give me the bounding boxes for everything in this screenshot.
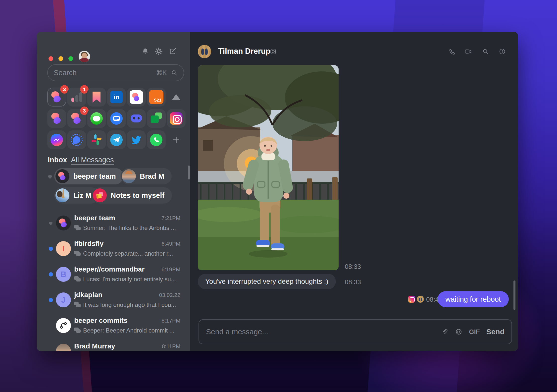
beeper-logo: [51, 91, 63, 103]
conversation-ifbirdsfly[interactable]: I ifbirdsfly 6:49PM Completely separate.…: [37, 236, 190, 261]
add-network-button[interactable]: +: [167, 130, 186, 149]
outgoing-message-row: 08:41 waiting for reboot: [190, 291, 518, 307]
conversation-jdkaplan[interactable]: J jdkaplan 03.02.22 It was long enough a…: [37, 287, 190, 312]
conversation-beeper-commandbar[interactable]: B beeper//commandbar 6:19PM Lucas: I'm a…: [37, 262, 190, 287]
outgoing-message-bubble[interactable]: waiting for reboot: [438, 291, 509, 307]
chat-scrollbar[interactable]: [513, 280, 515, 310]
all-messages-link[interactable]: All Messages: [71, 156, 114, 165]
conversation-avatar: [56, 344, 71, 351]
instagram-icon[interactable]: [167, 109, 186, 128]
plus-icon: +: [172, 133, 180, 146]
conversation-beeper-team[interactable]: beeper team 7:21PM Sumner: The links to …: [37, 211, 190, 235]
twitter-icon[interactable]: [127, 130, 146, 149]
conversation-avatar: I: [56, 241, 71, 256]
chat-avatar[interactable]: [198, 45, 211, 58]
avatar-art: [82, 53, 87, 59]
conversation-avatar: [56, 216, 71, 230]
message-glyph-icon: [74, 225, 81, 230]
incoming-timestamp: 08:33: [345, 278, 361, 286]
notifications-bell-icon[interactable]: [141, 47, 149, 55]
unread-dot: [49, 272, 53, 277]
whatsapp-icon[interactable]: [147, 130, 166, 149]
chat-panel: Tilman Drerup: [190, 32, 518, 351]
search-icon: [171, 69, 178, 76]
notes-avatar: [93, 188, 107, 202]
sidebar: ⌘K 3 1 in S21: [37, 32, 190, 351]
telegram-icon[interactable]: [107, 130, 126, 149]
favorite-pill-notes-to-myself[interactable]: Notes to myself: [92, 187, 172, 204]
search-chat-icon[interactable]: [482, 48, 489, 55]
gif-button[interactable]: GIF: [469, 328, 480, 336]
emoji-icon[interactable]: [455, 328, 462, 336]
read-receipt-avatar: [417, 296, 424, 303]
voice-call-icon[interactable]: [448, 48, 456, 55]
beeper-window: ⌘K 3 1 in S21: [37, 32, 518, 351]
photo-timestamp: 08:33: [345, 263, 361, 271]
instagram-badge-icon: [408, 296, 415, 303]
attachment-paperclip-icon[interactable]: [441, 328, 449, 336]
favorite-pill-brad-m[interactable]: Brad M: [121, 168, 172, 184]
unread-dot: [49, 298, 53, 302]
beeper-inbox-icon[interactable]: 3: [47, 88, 66, 107]
brad-m-avatar: [122, 169, 136, 183]
close-button[interactable]: [49, 56, 53, 61]
video-call-icon[interactable]: [464, 48, 472, 55]
minimize-button[interactable]: [58, 56, 63, 61]
photo-message[interactable]: [198, 65, 339, 270]
chat-title: Tilman Drerup: [218, 47, 270, 56]
message-input[interactable]: [206, 328, 435, 336]
analytics-icon[interactable]: 1: [67, 88, 86, 107]
bookmarks-icon[interactable]: [87, 88, 106, 107]
info-icon[interactable]: [499, 48, 506, 55]
signal-icon[interactable]: [67, 130, 86, 149]
sidebar-scrollbar[interactable]: [188, 166, 190, 179]
incoming-message-bubble[interactable]: You've interrupted very deep thoughts :): [198, 274, 336, 289]
conversation-brad-murray[interactable]: Brad Murray 8:11PM: [37, 339, 190, 351]
collapse-grid-button[interactable]: [167, 88, 186, 107]
linkedin-icon[interactable]: in: [107, 88, 126, 107]
conversation-avatar: B: [56, 267, 71, 282]
chevron-up-icon: [172, 94, 180, 100]
beeper-network-2-icon[interactable]: 3: [67, 109, 86, 128]
search-input[interactable]: [54, 69, 156, 77]
settings-gear-icon[interactable]: [155, 47, 163, 55]
android-messages-icon[interactable]: [107, 109, 126, 128]
message-glyph-icon: [74, 328, 81, 333]
liz-m-avatar: [55, 188, 69, 202]
messenger-icon[interactable]: [47, 130, 66, 149]
favorite-heart-icon: [48, 220, 54, 226]
s21-icon[interactable]: S21: [147, 88, 166, 107]
avatar-art: [80, 58, 89, 62]
send-button[interactable]: Send: [486, 328, 505, 336]
favorite-pill-beeper-team[interactable]: beeper team: [54, 168, 123, 184]
slack-icon[interactable]: [87, 130, 106, 149]
zoom-button[interactable]: [68, 56, 73, 61]
instagram-network-icon: [270, 48, 276, 55]
compose-icon[interactable]: [169, 47, 177, 55]
favorites-heart-icon: [47, 173, 53, 180]
message-glyph-icon: [74, 276, 81, 282]
google-chat-icon[interactable]: [147, 109, 166, 128]
search-shortcut: ⌘K: [156, 69, 167, 77]
search-bar[interactable]: ⌘K: [47, 64, 184, 81]
conversation-avatar: J: [56, 292, 71, 307]
toddler-park-photo: [198, 65, 339, 270]
message-glyph-icon: [74, 302, 81, 307]
discord-icon[interactable]: [127, 109, 146, 128]
message-composer[interactable]: GIF Send: [199, 319, 512, 344]
conversation-avatar: [56, 318, 71, 333]
beeper-team-avatar: [55, 169, 69, 183]
imessage-icon[interactable]: [87, 109, 106, 128]
beeper-slack-icon[interactable]: [127, 88, 146, 107]
unread-dot: [49, 247, 53, 251]
inbox-label: Inbox: [48, 156, 67, 164]
user-avatar[interactable]: [79, 51, 90, 62]
beeper-network-icon[interactable]: [47, 109, 66, 128]
git-branch-icon: [59, 321, 68, 330]
message-glyph-icon: [74, 251, 81, 256]
conversation-beeper-commits[interactable]: beeper commits 8:17PM Beeper: Beeper And…: [37, 313, 190, 338]
